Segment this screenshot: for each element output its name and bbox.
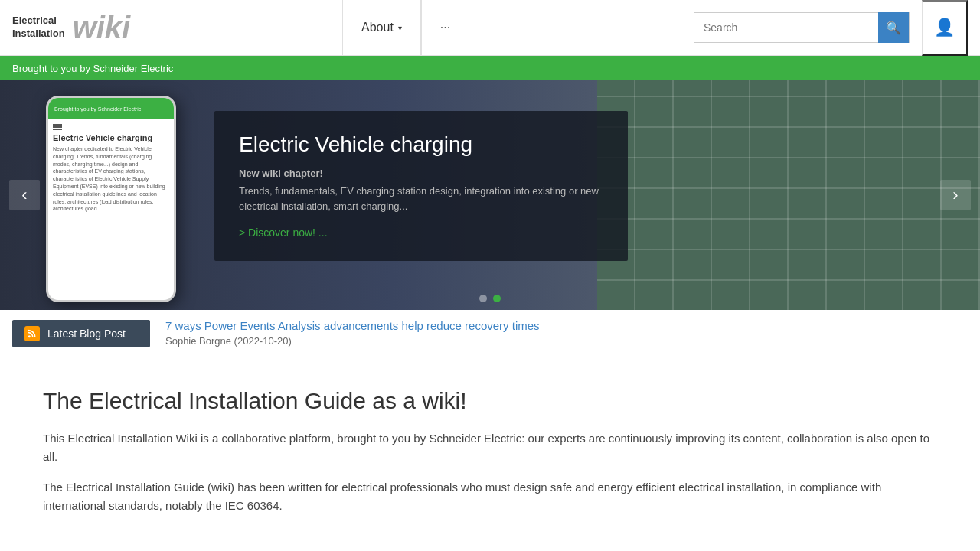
search-input[interactable]: [694, 13, 878, 42]
hero-subtitle: New wiki chapter!: [239, 168, 603, 179]
chevron-down-icon: ▾: [398, 24, 402, 32]
hero-solar-graphic: [597, 80, 980, 310]
logo-text: Electrical Installation: [12, 15, 65, 41]
logo[interactable]: Electrical Installation wiki: [12, 12, 130, 43]
hero-title: Electric Vehicle charging: [239, 132, 603, 157]
blog-content: 7 ways Power Events Analysis advancement…: [165, 319, 968, 347]
main-paragraph-2: The Electrical Installation Guide (wiki)…: [43, 478, 937, 515]
search-icon: 🔍: [886, 21, 901, 35]
phone-text: New chapter dedicated to Electric Vehicl…: [53, 145, 169, 213]
main-content: The Electrical Installation Guide as a w…: [0, 357, 980, 551]
header-right: 🔍 👤: [681, 0, 968, 55]
nav: About ▾ ···: [342, 0, 469, 55]
logo-line1: Electrical: [12, 15, 65, 28]
hero-description: Trends, fundamentals, EV charging statio…: [239, 184, 603, 214]
phone-nav-icon: [53, 124, 62, 126]
hero-dot-1[interactable]: [479, 295, 487, 302]
blog-strip: Latest Blog Post 7 ways Power Events Ana…: [0, 310, 980, 357]
search-button[interactable]: 🔍: [878, 12, 909, 43]
search-container: 🔍: [694, 12, 910, 43]
blog-label: Latest Blog Post: [12, 320, 150, 347]
sponsor-banner: Brought to you by Schneider Electric: [0, 56, 980, 80]
logo-line2: Installation: [12, 28, 65, 41]
user-account-button[interactable]: 👤: [922, 0, 968, 56]
phone-body: Electric Vehicle charging New chapter de…: [48, 119, 174, 217]
hero-dot-2[interactable]: [493, 295, 501, 302]
nav-about[interactable]: About ▾: [342, 0, 421, 55]
main-paragraph-1: This Electrical Installation Wiki is a c…: [43, 429, 937, 466]
nav-more[interactable]: ···: [421, 0, 469, 55]
rss-icon: [24, 326, 40, 341]
blog-author: Sophie Borgne (2022-10-20): [165, 335, 292, 347]
hero-discover-link[interactable]: > Discover now! ...: [239, 227, 328, 239]
chevron-left-icon: ‹: [21, 185, 27, 205]
user-icon: 👤: [934, 18, 955, 37]
header: Electrical Installation wiki About ▾ ···…: [0, 0, 980, 56]
phone-header-text: Brought to you by Schneider Electric: [54, 106, 141, 112]
blog-post-link[interactable]: 7 ways Power Events Analysis advancement…: [165, 319, 968, 332]
nav-more-label: ···: [440, 21, 450, 34]
nav-about-label: About: [361, 21, 394, 34]
main-heading: The Electrical Installation Guide as a w…: [43, 388, 937, 414]
svg-point-0: [28, 335, 31, 337]
hero-overlay: Electric Vehicle charging New wiki chapt…: [214, 111, 628, 261]
chevron-right-icon: ›: [952, 185, 958, 205]
sponsor-text: Brought to you by Schneider Electric: [12, 63, 173, 74]
phone-title: Electric Vehicle charging: [53, 133, 169, 142]
blog-label-text: Latest Blog Post: [47, 328, 126, 340]
hero-next-button[interactable]: ›: [940, 180, 971, 210]
hero-dots: [479, 295, 501, 302]
hero-slider: Brought to you by Schneider Electric Ele…: [0, 80, 980, 310]
hero-phone-mockup: Brought to you by Schneider Electric Ele…: [46, 96, 176, 302]
phone-header: Brought to you by Schneider Electric: [48, 98, 174, 119]
hero-prev-button[interactable]: ‹: [9, 180, 40, 210]
logo-wiki: wiki: [73, 12, 131, 43]
